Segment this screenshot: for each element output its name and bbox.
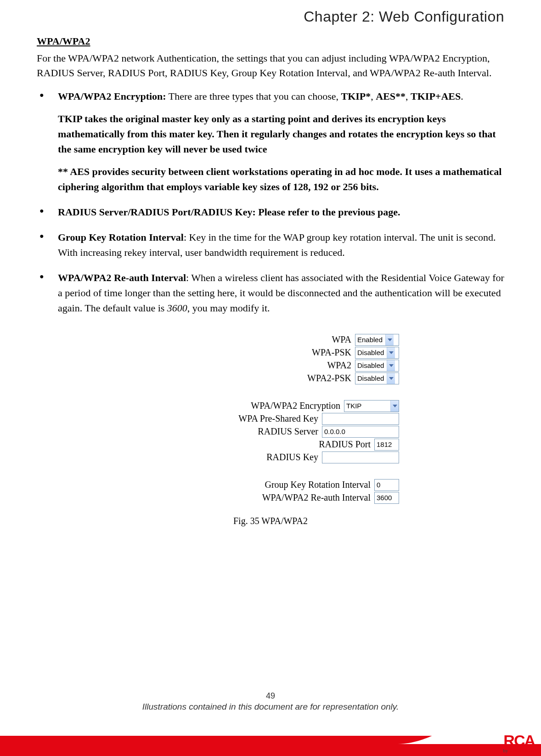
opt-tkip: TKIP* xyxy=(341,90,371,102)
select-wpa-psk-value: Disabled xyxy=(357,349,387,356)
reauth-default: 3600 xyxy=(167,302,187,314)
select-wpa2-psk[interactable]: Disabled xyxy=(355,372,399,384)
bullet-encryption-head: WPA/WPA2 Encryption: xyxy=(58,90,166,102)
label-psk: WPA Pre-Shared Key xyxy=(238,413,319,424)
opt-aes: AES** xyxy=(376,90,406,102)
text: , xyxy=(371,90,376,102)
select-wpa[interactable]: Enabled xyxy=(355,334,399,346)
logo-text: RCA xyxy=(503,733,535,748)
footer-note: Illustrations contained in this document… xyxy=(0,702,541,712)
logo-byline: by THOMSON xyxy=(503,748,535,753)
label-wpa: WPA xyxy=(332,334,352,345)
svg-marker-0 xyxy=(388,339,392,341)
input-reauth-interval[interactable] xyxy=(374,492,399,504)
bullet-list: WPA/WPA2 Encryption: There are three typ… xyxy=(37,89,504,316)
input-radius-key[interactable] xyxy=(322,451,399,463)
input-radius-server[interactable] xyxy=(322,426,399,438)
bullet-reauth: WPA/WPA2 Re-auth Interval: When a wirele… xyxy=(37,270,504,316)
svg-marker-3 xyxy=(389,377,394,380)
input-psk[interactable] xyxy=(322,413,399,425)
label-wpa-psk: WPA-PSK xyxy=(312,347,352,358)
text: . xyxy=(461,90,463,102)
aes-description: ** AES provides security between client … xyxy=(58,164,504,194)
chevron-down-icon xyxy=(387,373,395,384)
input-radius-port[interactable] xyxy=(374,439,399,451)
label-radius-server: RADIUS Server xyxy=(258,426,319,437)
chevron-down-icon xyxy=(387,360,395,371)
page-number: 49 xyxy=(0,691,541,701)
label-group-key-interval: Group Key Rotation Interval xyxy=(265,480,372,490)
text: by xyxy=(503,748,509,753)
section-title: WPA/WPA2 xyxy=(37,35,504,47)
page-footer: 49 Illustrations contained in this docum… xyxy=(0,691,541,712)
bullet-reauth-head: WPA/WPA2 Re-auth Interval xyxy=(58,272,186,283)
figure-caption: Fig. 35 WPA/WPA2 xyxy=(37,516,504,526)
bullet-radius-text: RADIUS Server/RADIUS Port/RADIUS Key: Pl… xyxy=(58,206,400,218)
text: , xyxy=(406,90,411,102)
svg-marker-1 xyxy=(389,351,394,354)
settings-figure: WPA Enabled WPA-PSK Disabled WPA2 Disabl… xyxy=(142,334,399,504)
text: , you may modify it. xyxy=(187,302,270,314)
label-radius-port: RADIUS Port xyxy=(319,439,372,450)
footer-curve-icon xyxy=(0,724,541,756)
chevron-down-icon xyxy=(390,401,399,412)
brand-logo: RCA by THOMSON xyxy=(466,724,535,753)
bullet-encryption: WPA/WPA2 Encryption: There are three typ… xyxy=(37,89,504,194)
select-wpa2[interactable]: Disabled xyxy=(355,360,399,372)
text: There are three types that you can choos… xyxy=(166,90,341,102)
select-encryption-value: TKIP xyxy=(346,402,390,410)
label-radius-key: RADIUS Key xyxy=(266,452,319,463)
chapter-title: Chapter 2: Web Configuration xyxy=(37,0,504,25)
tkip-description: TKIP takes the original master key only … xyxy=(58,111,504,157)
intro-paragraph: For the WPA/WPA2 network Authentication,… xyxy=(37,51,504,80)
input-group-key-interval[interactable] xyxy=(374,479,399,491)
label-wpa2: WPA2 xyxy=(327,360,352,371)
select-wpa2-psk-value: Disabled xyxy=(357,374,387,382)
svg-marker-4 xyxy=(393,405,397,407)
bullet-radius: RADIUS Server/RADIUS Port/RADIUS Key: Pl… xyxy=(37,204,504,220)
chevron-down-icon xyxy=(387,347,395,358)
svg-marker-2 xyxy=(389,364,394,367)
label-reauth-interval: WPA/WPA2 Re-auth Interval xyxy=(262,492,372,503)
label-encryption: WPA/WPA2 Encryption xyxy=(251,401,341,411)
bullet-group-key: Group Key Rotation Interval: Key in the … xyxy=(37,230,504,260)
select-encryption[interactable]: TKIP xyxy=(344,400,399,412)
select-wpa2-value: Disabled xyxy=(357,361,387,369)
chevron-down-icon xyxy=(385,334,394,345)
footer-bar: RCA by THOMSON xyxy=(0,724,541,756)
select-wpa-psk[interactable]: Disabled xyxy=(355,347,399,359)
label-wpa2-psk: WPA2-PSK xyxy=(307,373,352,384)
bullet-group-key-head: Group Key Rotation Interval xyxy=(58,231,184,243)
logo-company: THOMSON xyxy=(509,748,535,753)
select-wpa-value: Enabled xyxy=(357,336,385,344)
opt-tkip-aes: TKIP+AES xyxy=(411,90,461,102)
